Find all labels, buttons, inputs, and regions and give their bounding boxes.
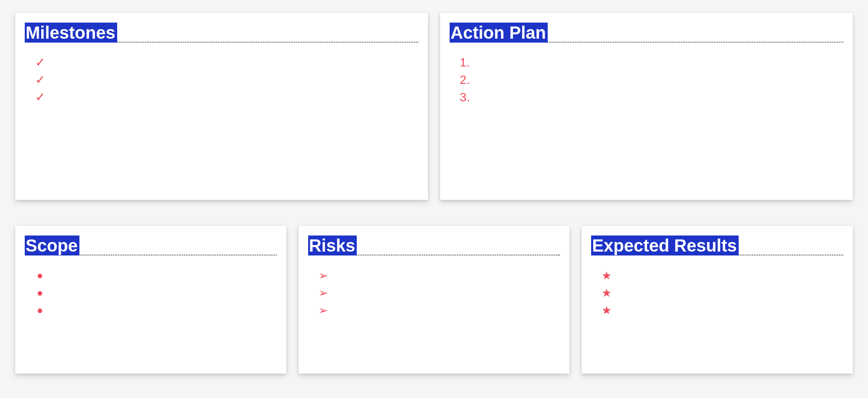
- number-marker: 3.: [459, 91, 470, 103]
- list-item[interactable]: ➢: [318, 267, 560, 284]
- scope-title-row: Scope: [25, 235, 277, 255]
- action-plan-title: Action Plan: [450, 23, 548, 43]
- risks-title-row: Risks: [308, 235, 560, 255]
- bottom-row: Scope ● ● ● Risks: [15, 226, 853, 374]
- arrow-icon: ➢: [318, 287, 329, 298]
- check-icon: ✓: [34, 56, 46, 69]
- check-icon: ✓: [34, 91, 46, 103]
- list-item[interactable]: ●: [34, 302, 277, 319]
- scope-list[interactable]: ● ● ●: [25, 262, 277, 319]
- milestones-title-row: Milestones: [25, 22, 418, 43]
- risks-card[interactable]: Risks ➢ ➢ ➢: [299, 226, 570, 374]
- action-plan-card[interactable]: Action Plan 1. 2. 3.: [440, 13, 853, 200]
- list-item[interactable]: ●: [34, 284, 277, 302]
- risks-title: Risks: [308, 235, 357, 255]
- slide-canvas: Milestones ✓ ✓ ✓ Action Plan: [0, 0, 868, 398]
- list-item[interactable]: 2.: [459, 71, 843, 89]
- list-item[interactable]: 1.: [459, 54, 843, 71]
- star-icon: ★: [601, 305, 612, 316]
- milestones-card[interactable]: Milestones ✓ ✓ ✓: [15, 13, 428, 200]
- list-item[interactable]: ★: [601, 267, 843, 284]
- expected-results-title: Expected Results: [591, 235, 738, 255]
- dot-icon: ●: [34, 270, 46, 281]
- list-item[interactable]: ★: [601, 302, 843, 319]
- check-icon: ✓: [34, 74, 46, 86]
- arrow-icon: ➢: [318, 305, 329, 316]
- dot-icon: ●: [34, 288, 46, 298]
- list-item[interactable]: ➢: [318, 284, 560, 302]
- list-item[interactable]: ●: [34, 267, 277, 284]
- list-item[interactable]: ➢: [318, 302, 560, 319]
- milestones-list[interactable]: ✓ ✓ ✓: [25, 50, 418, 106]
- list-item[interactable]: ✓: [34, 89, 418, 106]
- star-icon: ★: [601, 287, 612, 298]
- list-item[interactable]: ★: [601, 284, 843, 302]
- expected-results-list[interactable]: ★ ★ ★: [591, 262, 843, 319]
- expected-results-card[interactable]: Expected Results ★ ★ ★: [582, 226, 853, 374]
- milestones-title: Milestones: [25, 23, 117, 43]
- list-item[interactable]: 3.: [459, 89, 843, 106]
- dot-icon: ●: [34, 305, 46, 315]
- star-icon: ★: [601, 270, 612, 281]
- top-row: Milestones ✓ ✓ ✓ Action Plan: [15, 13, 853, 200]
- risks-list[interactable]: ➢ ➢ ➢: [308, 262, 560, 319]
- number-marker: 2.: [459, 74, 470, 86]
- list-item[interactable]: ✓: [34, 54, 418, 71]
- scope-card[interactable]: Scope ● ● ●: [15, 226, 286, 374]
- action-plan-title-row: Action Plan: [450, 22, 843, 43]
- number-marker: 1.: [459, 56, 470, 69]
- arrow-icon: ➢: [318, 270, 329, 281]
- list-item[interactable]: ✓: [34, 71, 418, 89]
- expected-results-title-row: Expected Results: [591, 235, 843, 255]
- action-plan-list[interactable]: 1. 2. 3.: [450, 50, 843, 106]
- scope-title: Scope: [25, 235, 79, 255]
